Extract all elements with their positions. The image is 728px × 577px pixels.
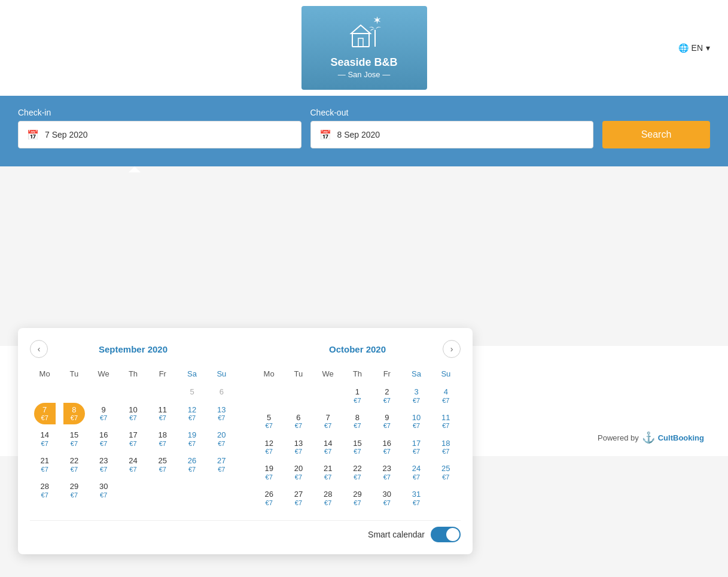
svg-rect-0	[352, 34, 369, 47]
table-row	[148, 478, 177, 503]
table-row[interactable]: 22€7	[59, 452, 89, 478]
globe-icon: 🌐	[678, 43, 689, 53]
search-button[interactable]: Search	[602, 121, 710, 148]
table-row[interactable]: 15€7	[59, 426, 89, 452]
table-row[interactable]: 25€7	[431, 460, 461, 485]
table-row[interactable]: 19€7	[177, 426, 206, 452]
col-fr: Fr	[148, 367, 177, 383]
table-row	[177, 478, 206, 503]
table-row[interactable]: 9€7	[89, 401, 118, 427]
table-row[interactable]: 30€7	[89, 478, 118, 503]
powered-by-text: Powered by	[598, 433, 639, 442]
table-row[interactable]: 18€7	[431, 435, 461, 460]
table-row[interactable]: 24€7	[401, 460, 431, 485]
smart-calendar-row: Smart calendar	[30, 520, 461, 542]
table-row[interactable]: 10€7	[118, 401, 148, 427]
table-row[interactable]: 17€7	[401, 435, 431, 460]
table-row[interactable]: 19€7	[254, 460, 284, 485]
col-we: We	[89, 367, 118, 383]
logo-subtitle: — San Jose —	[338, 70, 390, 79]
table-row[interactable]: 28€7	[30, 478, 59, 503]
table-row[interactable]: 3€7	[401, 383, 431, 409]
checkin-calendar-icon: 📅	[27, 129, 39, 141]
september-calendar: ‹ September 2020 Mo Tu We Th Fr Sa Su	[30, 340, 236, 511]
table-row[interactable]: 20€7	[207, 426, 236, 452]
next-month-button[interactable]: ›	[443, 340, 461, 358]
table-row[interactable]: 9€7	[372, 409, 401, 435]
col-mo-oct: Mo	[254, 367, 284, 383]
footer-powered: Powered by ⚓ CultBooking	[598, 431, 704, 444]
booking-bar: Check-in 📅 7 Sep 2020 Check-out 📅 8 Sep …	[0, 96, 728, 166]
prev-month-button[interactable]: ‹	[30, 340, 48, 358]
table-row[interactable]: 6€7	[284, 409, 313, 435]
col-sa: Sa	[177, 367, 206, 383]
table-row: 6	[207, 383, 236, 401]
table-row[interactable]: 16€7	[372, 435, 401, 460]
table-row[interactable]: 27€7	[284, 485, 313, 511]
table-row[interactable]: 16€7	[89, 426, 118, 452]
table-row[interactable]: 12€7	[177, 401, 206, 427]
table-row	[207, 478, 236, 503]
table-row	[148, 383, 177, 401]
checkin-input[interactable]: 📅 7 Sep 2020	[18, 121, 301, 148]
cultbooking-link[interactable]: CultBooking	[658, 433, 704, 442]
table-row[interactable]: 24€7	[118, 452, 148, 478]
table-row[interactable]: 11€7	[148, 401, 177, 427]
table-row[interactable]: 26€7	[254, 485, 284, 511]
checkout-input[interactable]: 📅 8 Sep 2020	[310, 121, 594, 148]
table-row[interactable]: 8€7	[59, 401, 89, 427]
table-row[interactable]: 7€7	[30, 401, 59, 427]
smart-calendar-toggle[interactable]	[431, 527, 461, 542]
col-tu-oct: Tu	[284, 367, 313, 383]
table-row[interactable]: 26€7	[177, 452, 206, 478]
table-row	[30, 383, 59, 401]
logo-box: ✶ Seaside B&B — San Jose —	[301, 6, 427, 90]
table-row[interactable]: 5€7	[254, 409, 284, 435]
table-row[interactable]: 28€7	[313, 485, 343, 511]
logo-icon: ✶	[346, 17, 382, 53]
oct-grid: Mo Tu We Th Fr Sa Su 1€72€73€74€75€76€77…	[254, 367, 461, 511]
table-row[interactable]: 23€7	[372, 460, 401, 485]
table-row[interactable]: 13€7	[284, 435, 313, 460]
table-row[interactable]: 21€7	[30, 452, 59, 478]
table-row[interactable]: 29€7	[343, 485, 372, 511]
october-calendar: October 2020 › Mo Tu We Th Fr Sa Su	[254, 340, 461, 511]
table-row[interactable]: 30€7	[372, 485, 401, 511]
table-row[interactable]: 15€7	[343, 435, 372, 460]
col-mo: Mo	[30, 367, 59, 383]
checkin-label: Check-in	[18, 108, 301, 117]
table-row[interactable]: 4€7	[431, 383, 461, 409]
table-row	[284, 383, 313, 409]
language-selector[interactable]: 🌐 EN ▾	[678, 43, 710, 53]
table-row[interactable]: 11€7	[431, 409, 461, 435]
table-row[interactable]: 17€7	[118, 426, 148, 452]
table-row[interactable]: 23€7	[89, 452, 118, 478]
oct-month-title: October 2020	[329, 344, 386, 354]
col-su: Su	[207, 367, 236, 383]
table-row	[118, 478, 148, 503]
table-row[interactable]: 1€7	[343, 383, 372, 409]
table-row[interactable]: 31€7	[401, 485, 431, 511]
table-row[interactable]: 14€7	[30, 426, 59, 452]
table-row[interactable]: 13€7	[207, 401, 236, 427]
chevron-down-icon: ▾	[706, 43, 710, 53]
table-row[interactable]: 20€7	[284, 460, 313, 485]
table-row[interactable]: 8€7	[343, 409, 372, 435]
table-row[interactable]: 12€7	[254, 435, 284, 460]
table-row[interactable]: 18€7	[148, 426, 177, 452]
table-row[interactable]: 10€7	[401, 409, 431, 435]
table-row[interactable]: 2€7	[372, 383, 401, 409]
table-row[interactable]: 7€7	[313, 409, 343, 435]
sep-cal-header: ‹ September 2020	[30, 340, 236, 358]
table-row[interactable]: 21€7	[313, 460, 343, 485]
checkout-date-text: 8 Sep 2020	[337, 130, 380, 139]
table-row[interactable]: 25€7	[148, 452, 177, 478]
col-fr-oct: Fr	[372, 367, 401, 383]
table-row[interactable]: 22€7	[343, 460, 372, 485]
booking-bar-wrapper: Check-in 📅 7 Sep 2020 Check-out 📅 8 Sep …	[0, 96, 728, 166]
sep-grid: Mo Tu We Th Fr Sa Su 567€78€79€710€711€7…	[30, 367, 236, 503]
table-row[interactable]: 14€7	[313, 435, 343, 460]
table-row[interactable]: 29€7	[59, 478, 89, 503]
table-row	[431, 485, 461, 511]
table-row[interactable]: 27€7	[207, 452, 236, 478]
